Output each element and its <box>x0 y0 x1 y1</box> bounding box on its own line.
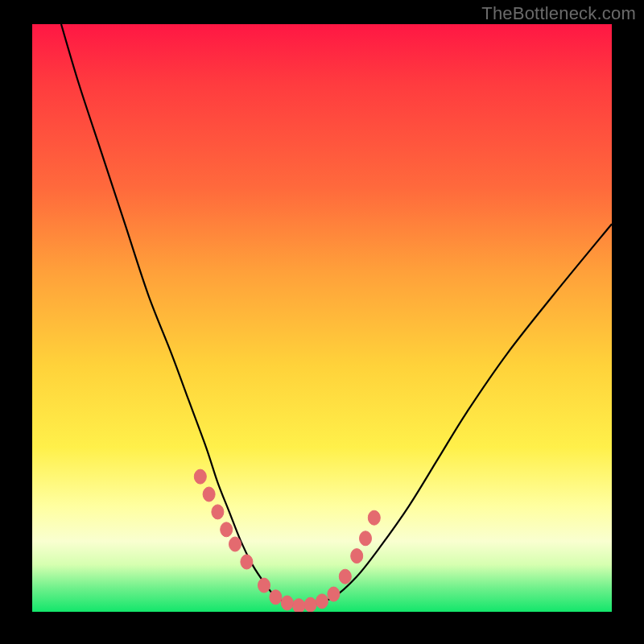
highlight-markers <box>194 469 380 612</box>
marker-point <box>360 531 372 546</box>
chart-frame: TheBottleneck.com <box>0 0 644 644</box>
marker-point <box>351 549 363 564</box>
marker-point <box>339 569 351 584</box>
marker-point <box>203 487 215 502</box>
watermark-text: TheBottleneck.com <box>481 3 636 24</box>
marker-point <box>241 555 253 569</box>
marker-point <box>281 596 293 610</box>
marker-point <box>212 505 224 519</box>
plot-area <box>32 24 612 612</box>
marker-point <box>194 469 206 484</box>
marker-point <box>229 537 242 551</box>
marker-point <box>293 599 305 612</box>
curve-svg <box>32 24 612 612</box>
marker-point <box>328 587 340 601</box>
marker-point <box>270 590 282 605</box>
marker-point <box>304 597 316 612</box>
marker-point <box>221 522 233 537</box>
marker-point <box>316 594 328 609</box>
marker-point <box>368 510 380 525</box>
marker-point <box>258 578 270 592</box>
bottleneck-curve <box>61 24 612 606</box>
